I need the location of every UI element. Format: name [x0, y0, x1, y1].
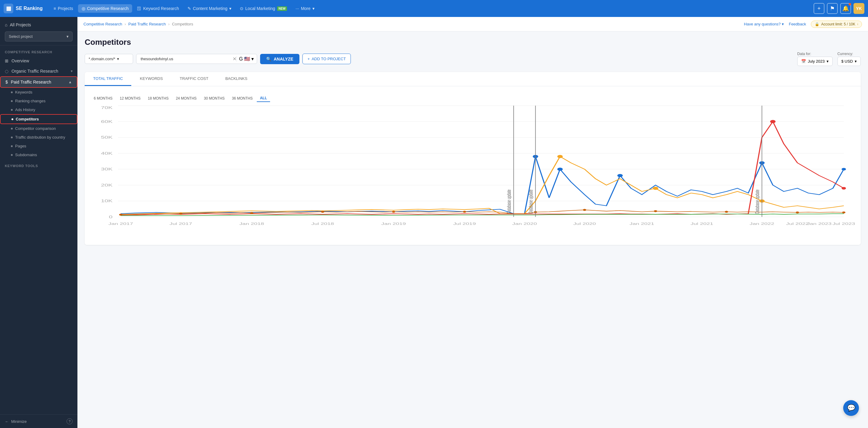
time-24m[interactable]: 24 MONTHS: [173, 95, 199, 102]
keywords-dot: [11, 91, 13, 93]
all-projects-link[interactable]: ⌂ All Projects: [5, 21, 72, 29]
page-body: Competitors *.domain.com/* ▾ ✕ G 🇺🇸 ▾: [78, 31, 868, 428]
date-selector[interactable]: 📅 July 2023 ▾: [797, 57, 833, 66]
chart-tabs: TOTAL TRAFFIC KEYWORDS TRAFFIC COST BACK…: [85, 72, 861, 86]
svg-point-22: [653, 187, 658, 190]
sidebar-sub-traffic-distribution[interactable]: Traffic distribution by country: [0, 133, 78, 142]
tab-total-traffic[interactable]: TOTAL TRAFFIC: [85, 72, 131, 86]
sidebar-sub-ranking-changes[interactable]: Ranking changes: [0, 96, 78, 105]
sidebar-sub-ads-history[interactable]: Ads History: [0, 105, 78, 114]
calendar-icon: 📅: [801, 59, 806, 63]
svg-text:60K: 60K: [101, 119, 113, 123]
sidebar-sub-subdomains[interactable]: Subdomains: [0, 150, 78, 159]
svg-text:Jul 2018: Jul 2018: [311, 222, 334, 226]
nav-more[interactable]: ··· More ▾: [292, 4, 318, 13]
clear-search-button[interactable]: ✕: [232, 57, 237, 61]
add-to-project-button[interactable]: + ADD TO PROJECT: [303, 54, 351, 64]
svg-text:Jan 2018: Jan 2018: [239, 222, 264, 226]
svg-point-20: [842, 168, 846, 170]
svg-text:Jul 2020: Jul 2020: [573, 222, 596, 226]
domain-search-input[interactable]: [140, 54, 232, 63]
time-all[interactable]: ALL: [257, 95, 270, 102]
domain-search-field[interactable]: ✕ G 🇺🇸 ▾: [136, 54, 257, 64]
svg-point-37: [842, 211, 846, 213]
project-selector[interactable]: Select project ▾: [5, 31, 72, 41]
chat-button[interactable]: 💬: [843, 400, 859, 416]
ranking-changes-dot: [11, 100, 13, 102]
feedback-button[interactable]: Feedback: [789, 22, 806, 26]
app-layout: ⌂ All Projects Select project ▾ COMPETIT…: [0, 17, 868, 428]
domain-filter-value: *.domain.com/*: [89, 57, 115, 61]
tab-backlinks[interactable]: BACKLINKS: [217, 72, 256, 86]
sidebar-item-overview[interactable]: ⊞ Overview: [0, 56, 78, 66]
svg-point-24: [770, 120, 775, 123]
data-for-group: Data for: 📅 July 2023 ▾: [797, 52, 833, 66]
notification-badge: [849, 3, 851, 5]
time-18m[interactable]: 18 MONTHS: [145, 95, 172, 102]
projects-icon: ≡: [54, 6, 56, 11]
time-30m[interactable]: 30 MONTHS: [201, 95, 228, 102]
limit-text: Account limit: 5 / 10K: [821, 22, 855, 26]
add-button[interactable]: +: [813, 3, 825, 14]
breadcrumb-competitive-research[interactable]: Competitive Research: [84, 22, 122, 26]
competitive-research-section-title: COMPETITIVE RESEARCH: [0, 46, 78, 56]
app-logo[interactable]: ▦ SE Ranking: [4, 4, 43, 13]
account-limit-badge: 🔒 Account limit: 5 / 10K i: [811, 21, 862, 28]
sidebar-sub-competitor-comparison[interactable]: Competitor comparison: [0, 124, 78, 133]
chart-svg: 0 10K 20K 30K 40K 50K 60K 70K: [91, 106, 855, 233]
sidebar-sub-keywords[interactable]: Keywords: [0, 88, 78, 96]
sidebar-sub-competitors[interactable]: Competitors: [0, 114, 78, 124]
home-icon: ⌂: [5, 22, 7, 27]
user-avatar[interactable]: YK: [854, 3, 864, 14]
nav-keyword-research-label: Keyword Research: [143, 6, 179, 11]
svg-text:0: 0: [109, 215, 113, 219]
sidebar-sub-pages[interactable]: Pages: [0, 142, 78, 150]
bell-button[interactable]: 🔔: [840, 3, 851, 14]
keywords-label: Keywords: [15, 90, 32, 94]
nav-projects[interactable]: ≡ Projects: [50, 4, 77, 13]
domain-filter-select[interactable]: *.domain.com/* ▾: [85, 54, 133, 64]
breadcrumb: Competitive Research › Paid Traffic Rese…: [84, 22, 193, 26]
breadcrumb-paid-traffic[interactable]: Paid Traffic Research: [128, 22, 166, 26]
nav-right-actions: + ⚑ 🔔 YK: [813, 3, 864, 14]
date-chevron: ▾: [827, 59, 829, 63]
have-questions-button[interactable]: Have any questions? ▾: [744, 22, 784, 26]
search-icon: 🔍: [266, 57, 271, 61]
svg-text:Jan 2022: Jan 2022: [749, 222, 774, 226]
new-badge: NEW: [277, 6, 287, 11]
sidebar-item-paid-traffic[interactable]: $ Paid Traffic Research ▲: [0, 76, 78, 88]
nav-content-marketing[interactable]: ✎ Content Marketing ▾: [184, 4, 235, 13]
nav-local-marketing[interactable]: ⊙ Local Marketing NEW: [236, 4, 291, 13]
svg-text:Jan 2019: Jan 2019: [381, 222, 406, 226]
minimize-label: Minimize: [11, 419, 27, 424]
question-chevron: ▾: [782, 22, 784, 26]
paid-traffic-chevron: ▲: [68, 80, 72, 84]
competitive-research-icon: ◎: [82, 6, 85, 11]
tab-keywords[interactable]: KEYWORDS: [131, 72, 171, 86]
date-value: July 2023: [808, 59, 825, 63]
tab-traffic-cost[interactable]: TRAFFIC COST: [171, 72, 217, 86]
minimize-button[interactable]: ← Minimize ?: [0, 415, 78, 428]
select-project-placeholder: Select project: [9, 34, 33, 39]
traffic-chart: 0 10K 20K 30K 40K 50K 60K 70K: [85, 106, 861, 245]
time-6m[interactable]: 6 MONTHS: [91, 95, 116, 102]
analyze-button[interactable]: 🔍 ANALYZE: [260, 54, 300, 64]
search-engine-selector[interactable]: G 🇺🇸 ▾: [237, 56, 254, 62]
time-12m[interactable]: 12 MONTHS: [117, 95, 144, 102]
nav-competitive-research[interactable]: ◎ Competitive Research: [78, 4, 132, 13]
traffic-distribution-label: Traffic distribution by country: [15, 135, 65, 140]
flag-button[interactable]: ⚑: [827, 3, 838, 14]
nav-keyword-research[interactable]: ⚿ Keyword Research: [133, 4, 182, 13]
help-icon[interactable]: ?: [66, 418, 72, 424]
time-36m[interactable]: 36 MONTHS: [229, 95, 256, 102]
main-content: Competitive Research › Paid Traffic Rese…: [78, 17, 868, 428]
svg-text:Jan 2023: Jan 2023: [807, 222, 832, 226]
top-navigation: ▦ SE Ranking ≡ Projects ◎ Competitive Re…: [0, 0, 868, 17]
svg-point-21: [557, 155, 563, 158]
currency-selector[interactable]: $ USD ▾: [837, 57, 861, 66]
limit-icon: 🔒: [815, 22, 819, 26]
pages-dot: [11, 145, 13, 147]
controls-row: *.domain.com/* ▾ ✕ G 🇺🇸 ▾ 🔍 ANALYZE: [85, 52, 861, 66]
competitor-comparison-dot: [11, 128, 13, 130]
sidebar-item-organic-traffic[interactable]: ◌ Organic Traffic Research ▾: [0, 66, 78, 76]
